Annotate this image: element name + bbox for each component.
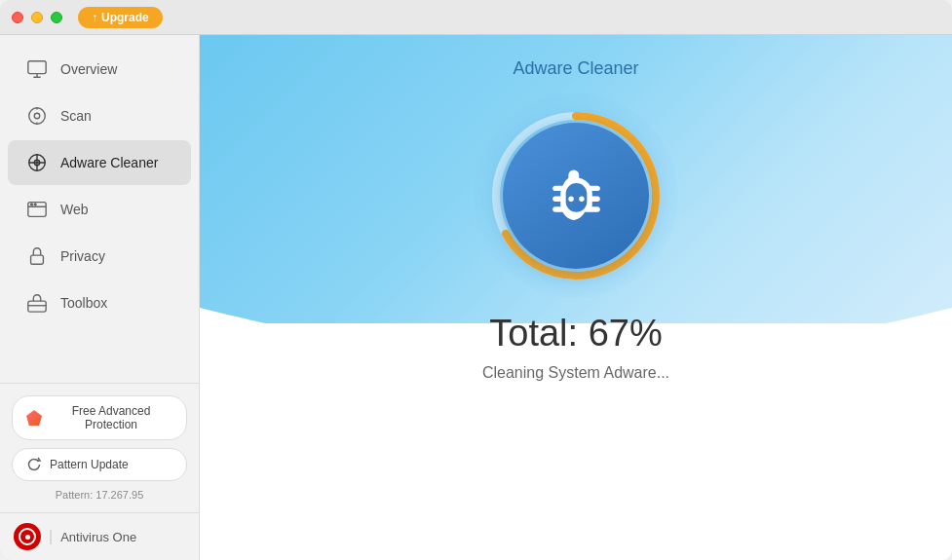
progress-circle-container xyxy=(488,108,664,283)
svg-point-4 xyxy=(34,113,40,119)
free-protection-label: Free Advanced Protection xyxy=(50,404,172,431)
upgrade-button[interactable]: Upgrade xyxy=(78,7,163,28)
sidebar-item-label: Adware Cleaner xyxy=(60,155,158,170)
app-window: Upgrade Overview xyxy=(0,0,952,560)
brand-name: Antivirus One xyxy=(60,530,136,544)
maximize-button[interactable] xyxy=(51,12,62,23)
svg-rect-0 xyxy=(28,61,46,74)
sidebar-item-adware-cleaner[interactable]: Adware Cleaner xyxy=(8,140,191,185)
sidebar-item-web[interactable]: Web xyxy=(8,187,191,232)
sidebar-item-scan[interactable]: Scan xyxy=(8,93,191,138)
brand-footer: | Antivirus One xyxy=(0,512,199,560)
monitor-icon xyxy=(25,57,49,81)
brand-divider: | xyxy=(49,528,53,545)
content-area: Adware Cleaner xyxy=(200,35,952,560)
svg-rect-15 xyxy=(31,255,44,264)
free-protection-button[interactable]: Free Advanced Protection xyxy=(12,395,187,440)
content-inner: Adware Cleaner xyxy=(200,35,952,560)
sidebar-item-toolbox[interactable]: Toolbox xyxy=(8,280,191,325)
toolbox-icon xyxy=(25,291,49,315)
inner-circle xyxy=(503,123,649,269)
main-layout: Overview Scan xyxy=(0,35,952,560)
status-label: Cleaning System Adware... xyxy=(482,364,669,382)
svg-point-20 xyxy=(568,196,573,201)
svg-point-13 xyxy=(31,204,33,205)
sidebar-item-privacy[interactable]: Privacy xyxy=(8,234,191,279)
privacy-icon xyxy=(25,244,49,268)
sidebar: Overview Scan xyxy=(0,35,200,560)
pattern-update-button[interactable]: Pattern Update xyxy=(12,448,187,481)
scan-icon xyxy=(25,104,49,128)
close-button[interactable] xyxy=(12,12,23,23)
tm-logo-dot xyxy=(25,535,30,540)
pattern-version: Pattern: 17.267.95 xyxy=(12,489,187,501)
title-bar: Upgrade xyxy=(0,0,952,35)
pattern-update-label: Pattern Update xyxy=(50,458,129,471)
sidebar-item-label: Web xyxy=(60,202,89,217)
sidebar-item-label: Overview xyxy=(60,61,117,77)
trend-micro-logo xyxy=(14,523,41,550)
sidebar-item-label: Scan xyxy=(60,108,92,124)
svg-point-3 xyxy=(29,108,46,125)
web-icon xyxy=(25,198,49,221)
bug-icon xyxy=(545,165,608,228)
svg-rect-16 xyxy=(28,301,46,312)
sidebar-item-overview[interactable]: Overview xyxy=(8,47,191,92)
svg-point-14 xyxy=(34,204,36,205)
total-percentage: Total: 67% xyxy=(489,313,662,355)
section-title: Adware Cleaner xyxy=(513,58,638,79)
minimize-button[interactable] xyxy=(31,12,43,23)
svg-point-21 xyxy=(579,196,584,201)
sidebar-item-label: Toolbox xyxy=(60,295,107,311)
sidebar-item-label: Privacy xyxy=(60,248,105,264)
refresh-icon xyxy=(26,457,42,472)
diamond-icon xyxy=(26,410,42,426)
sidebar-bottom: Free Advanced Protection Pattern Update … xyxy=(0,383,199,512)
tm-logo-inner xyxy=(19,528,36,545)
nav-items: Overview Scan xyxy=(0,35,199,383)
adware-icon xyxy=(25,151,49,174)
